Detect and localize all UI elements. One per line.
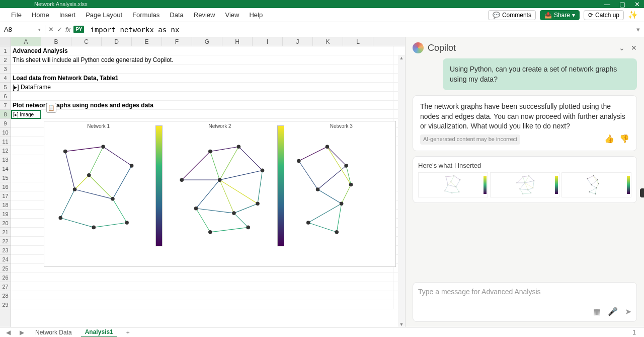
menu-view[interactable]: View: [220, 9, 244, 21]
svg-line-28: [234, 204, 258, 213]
document-name: Network Analysis.xlsx: [34, 1, 88, 7]
embedded-chart-image[interactable]: Network 1 Network 2 Network 3: [44, 121, 396, 267]
microphone-icon[interactable]: 🎤: [608, 307, 618, 316]
svg-point-84: [452, 193, 453, 194]
svg-point-12: [63, 150, 67, 154]
svg-line-10: [89, 175, 113, 199]
svg-line-93: [520, 189, 528, 190]
svg-point-104: [522, 177, 523, 178]
menu-formulas[interactable]: Formulas: [127, 9, 165, 21]
minimize-icon[interactable]: —: [604, 1, 610, 8]
svg-line-29: [258, 170, 262, 204]
svg-point-38: [208, 150, 212, 154]
svg-line-31: [210, 227, 248, 232]
inserted-content-card[interactable]: Here's what I inserted: [413, 156, 637, 203]
close-panel-icon[interactable]: ✕: [631, 44, 637, 52]
svg-point-85: [459, 192, 460, 193]
svg-point-124: [587, 179, 588, 180]
copilot-input[interactable]: Type a message for Advanced Analysis ▦ 🎤…: [413, 282, 637, 322]
tab-nav-next-icon[interactable]: ▶: [18, 329, 26, 336]
name-box[interactable]: A8▾: [0, 25, 45, 34]
menu-home[interactable]: Home: [27, 9, 54, 21]
menu-data[interactable]: Data: [165, 9, 188, 21]
col-header-f[interactable]: F: [162, 37, 192, 46]
cancel-formula-icon[interactable]: ✕: [48, 26, 54, 33]
svg-point-82: [456, 187, 457, 188]
svg-point-80: [460, 180, 461, 181]
col-header-a[interactable]: A: [11, 37, 41, 46]
menu-page-layout[interactable]: Page Layout: [80, 9, 127, 21]
svg-point-20: [87, 173, 91, 177]
menu-file[interactable]: File: [6, 9, 27, 21]
attach-icon[interactable]: ▦: [593, 307, 601, 316]
col-header-l[interactable]: L: [343, 37, 373, 46]
svg-line-30: [234, 213, 248, 227]
col-header-k[interactable]: K: [313, 37, 343, 46]
sheet-tab-analysis1[interactable]: Analysis1: [81, 327, 117, 338]
column-headers: A B C D E F G H I J K L: [0, 37, 405, 46]
col-header-c[interactable]: C: [71, 37, 102, 46]
svg-line-98: [520, 189, 523, 194]
svg-point-127: [591, 185, 592, 186]
svg-line-56: [341, 185, 351, 204]
sheet-tab-bar: ◀ ▶ Network Data Analysis1 + 1: [0, 327, 644, 337]
svg-line-0: [65, 147, 103, 151]
thumbs-up-icon[interactable]: 👍: [604, 133, 614, 145]
col-header-j[interactable]: J: [283, 37, 313, 46]
svg-line-54: [337, 204, 341, 232]
svg-line-9: [89, 147, 103, 175]
sheet-tab-network-data[interactable]: Network Data: [31, 328, 76, 337]
col-header-b[interactable]: B: [41, 37, 71, 46]
select-all-corner[interactable]: [0, 37, 11, 46]
active-cell[interactable]: [▸] Image: [11, 110, 41, 119]
thumbs-down-icon[interactable]: 👎: [619, 133, 629, 145]
smart-tag-icon[interactable]: 📋: [46, 103, 56, 113]
svg-point-58: [297, 159, 301, 163]
inserted-thumb-3: [561, 172, 631, 197]
svg-point-103: [516, 183, 517, 184]
add-sheet-button[interactable]: +: [122, 328, 134, 337]
row-headers: 1234567891011121314151617181920212223242…: [0, 46, 11, 327]
svg-line-95: [533, 181, 534, 188]
menu-insert[interactable]: Insert: [54, 9, 81, 21]
svg-line-36: [220, 180, 258, 204]
formula-input[interactable]: [87, 25, 632, 35]
accept-formula-icon[interactable]: ✓: [57, 26, 62, 33]
svg-line-100: [525, 176, 529, 183]
col-header-g[interactable]: G: [192, 37, 222, 46]
svg-point-78: [446, 177, 447, 178]
svg-point-59: [325, 145, 329, 149]
collapse-panel-icon[interactable]: ⌄: [619, 44, 625, 52]
svg-line-115: [592, 180, 598, 185]
svg-line-118: [590, 188, 597, 192]
spreadsheet-grid[interactable]: A B C D E F G H I J K L 1234567891011121…: [0, 37, 405, 327]
svg-point-128: [596, 188, 597, 189]
tab-nav-prev-icon[interactable]: ◀: [4, 329, 13, 336]
cell-area[interactable]: Advanced AnalysisThis sheet will include…: [11, 46, 405, 327]
chart-title-3: Network 3: [289, 123, 393, 129]
comments-button[interactable]: 💬 Comments: [488, 10, 536, 20]
svg-point-13: [101, 145, 105, 149]
catch-up-button[interactable]: ⟳ Catch up: [584, 10, 624, 20]
send-icon[interactable]: ➤: [625, 307, 631, 316]
col-header-h[interactable]: H: [222, 37, 253, 46]
share-button[interactable]: 📤 Share ▾: [540, 10, 580, 20]
maximize-icon[interactable]: ▢: [619, 1, 625, 8]
menu-help[interactable]: Help: [244, 9, 268, 21]
copilot-input-placeholder: Type a message for Advanced Analysis: [418, 288, 631, 296]
copilot-ribbon-icon[interactable]: ✨: [628, 10, 638, 20]
menu-review[interactable]: Review: [189, 9, 220, 21]
svg-point-61: [315, 187, 319, 191]
svg-line-5: [60, 189, 74, 218]
svg-line-26: [196, 180, 220, 209]
svg-point-16: [111, 197, 115, 201]
col-header-e[interactable]: E: [132, 37, 162, 46]
close-icon[interactable]: ✕: [634, 1, 640, 8]
expand-formula-icon[interactable]: ▾: [632, 26, 644, 33]
vertical-scrollbar[interactable]: ▲▼: [398, 55, 405, 327]
colorbar-1: [155, 125, 163, 246]
col-header-d[interactable]: D: [102, 37, 132, 46]
col-header-i[interactable]: I: [253, 37, 283, 46]
inserted-thumb-2: [490, 172, 560, 197]
fx-icon[interactable]: fx: [65, 26, 70, 33]
